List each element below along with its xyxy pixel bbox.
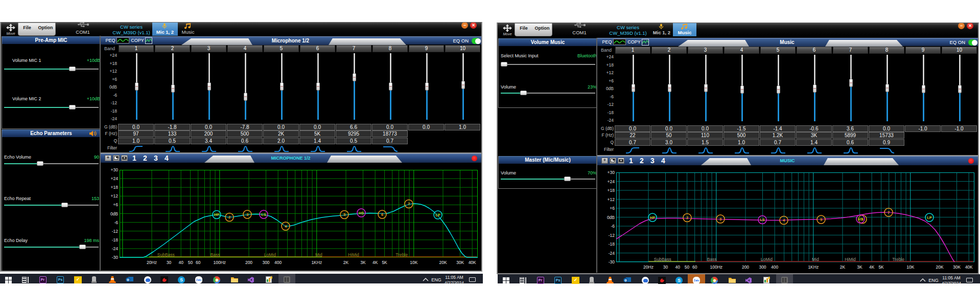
- svg-text:HiMid: HiMid: [845, 257, 856, 262]
- svg-text:4K: 4K: [372, 260, 378, 265]
- svg-text:20Hz: 20Hz: [147, 260, 157, 265]
- svg-text:2K: 2K: [343, 260, 349, 265]
- svg-text:400: 400: [274, 260, 282, 265]
- svg-text:300: 300: [759, 265, 766, 270]
- svg-text:20K: 20K: [936, 265, 943, 270]
- svg-text:3K: 3K: [857, 265, 862, 270]
- svg-text:200: 200: [245, 260, 252, 265]
- svg-text:LS: LS: [261, 212, 266, 217]
- svg-text:5: 5: [820, 217, 822, 222]
- svg-text:20Hz: 20Hz: [643, 265, 654, 270]
- svg-text:300: 300: [262, 260, 269, 265]
- svg-text:2K: 2K: [840, 265, 846, 270]
- svg-text:60: 60: [692, 265, 697, 270]
- svg-text:3: 3: [719, 217, 721, 222]
- svg-text:200: 200: [742, 265, 749, 270]
- svg-text:Treble: Treble: [395, 252, 408, 257]
- svg-text:LoMid: LoMid: [264, 252, 276, 257]
- svg-text:HP: HP: [214, 212, 219, 217]
- svg-text:5K: 5K: [878, 265, 884, 270]
- svg-text:HS: HS: [858, 217, 863, 222]
- svg-text:4K: 4K: [869, 265, 875, 270]
- svg-text:40K: 40K: [965, 265, 973, 270]
- svg-text:5K: 5K: [382, 260, 387, 265]
- svg-text:LS: LS: [760, 217, 765, 222]
- svg-text:30K: 30K: [456, 260, 464, 265]
- svg-text:Bass: Bass: [211, 252, 220, 257]
- svg-text:2: 2: [228, 215, 230, 219]
- svg-text:7: 7: [408, 202, 410, 206]
- svg-text:400: 400: [771, 265, 778, 270]
- svg-text:20K: 20K: [439, 260, 447, 265]
- svg-text:Treble: Treble: [892, 257, 904, 262]
- svg-text:7: 7: [888, 210, 890, 215]
- svg-text:50: 50: [685, 265, 690, 270]
- svg-text:30K: 30K: [953, 265, 961, 270]
- svg-text:50: 50: [188, 260, 193, 265]
- svg-text:5: 5: [343, 212, 345, 217]
- svg-text:60: 60: [196, 260, 201, 265]
- svg-text:LP: LP: [435, 213, 440, 217]
- svg-text:1KHz: 1KHz: [808, 265, 819, 270]
- svg-text:40: 40: [178, 260, 183, 265]
- svg-text:3: 3: [246, 212, 248, 217]
- svg-text:SubBass: SubBass: [157, 252, 175, 257]
- svg-text:6: 6: [381, 212, 383, 217]
- svg-text:2: 2: [686, 215, 688, 220]
- svg-text:Bass: Bass: [707, 257, 717, 262]
- svg-text:HP: HP: [650, 215, 655, 220]
- svg-text:10K: 10K: [906, 265, 914, 270]
- svg-text:SubBass: SubBass: [654, 257, 671, 262]
- svg-text:40K: 40K: [469, 260, 476, 265]
- svg-text:HS: HS: [359, 211, 364, 215]
- svg-text:30: 30: [167, 260, 172, 265]
- svg-text:HiMid: HiMid: [348, 252, 359, 257]
- svg-text:10K: 10K: [410, 260, 417, 265]
- svg-text:Mid: Mid: [812, 257, 819, 262]
- svg-text:3K: 3K: [360, 260, 366, 265]
- svg-text:30: 30: [663, 265, 668, 270]
- svg-text:100Hz: 100Hz: [214, 260, 226, 265]
- svg-text:LP: LP: [927, 215, 932, 220]
- svg-text:100Hz: 100Hz: [710, 265, 723, 270]
- svg-text:40: 40: [675, 265, 680, 270]
- svg-text:1KHz: 1KHz: [311, 260, 322, 265]
- svg-text:LoMid: LoMid: [761, 257, 773, 262]
- svg-text:Mid: Mid: [315, 252, 322, 257]
